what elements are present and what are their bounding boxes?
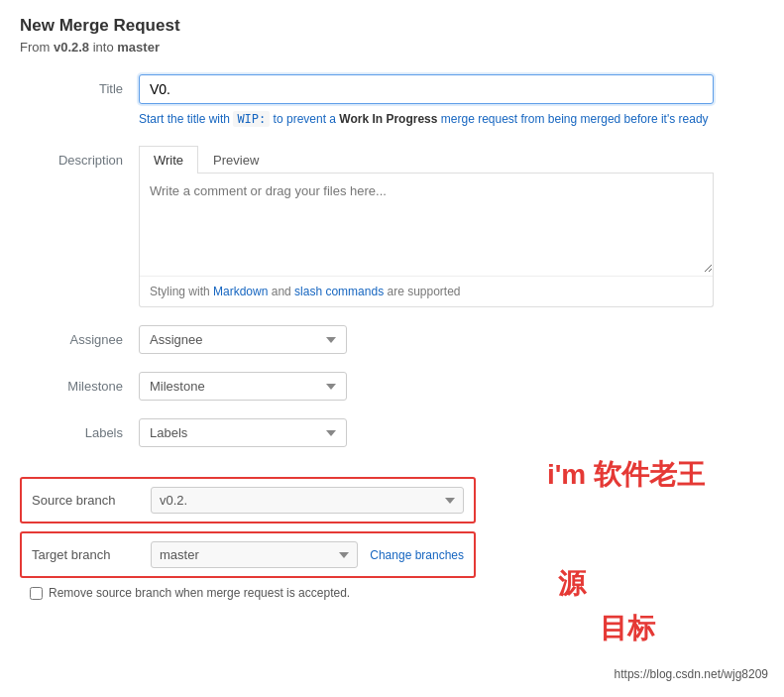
hint-bold: Work In Progress	[339, 112, 437, 126]
description-textarea[interactable]	[140, 174, 713, 273]
remove-source-label: Remove source branch when merge request …	[49, 586, 350, 600]
slash-commands-link[interactable]: slash commands	[294, 285, 384, 298]
target-branch-label: Target branch	[32, 547, 151, 562]
footer-middle: and	[268, 285, 294, 298]
milestone-content: Milestone	[139, 372, 714, 401]
hint-prefix: Start the title with	[139, 112, 233, 126]
tab-write[interactable]: Write	[139, 146, 198, 174]
markdown-link[interactable]: Markdown	[213, 285, 268, 298]
subtitle-from: v0.2.8	[54, 40, 89, 55]
remove-source-branch-row: Remove source branch when merge request …	[20, 586, 764, 600]
page-container: New Merge Request From v0.2.8 into maste…	[0, 0, 784, 616]
title-row: Title Start the title with WIP: to preve…	[20, 74, 764, 128]
hint-suffix: merge request from being merged before i…	[437, 112, 708, 126]
remove-source-checkbox[interactable]	[30, 587, 43, 600]
milestone-label: Milestone	[20, 372, 139, 394]
hint-middle: to prevent a	[270, 112, 339, 126]
target-branch-select[interactable]: master	[151, 541, 358, 568]
labels-label: Labels	[20, 418, 139, 440]
description-row: Description Write Preview Styling with M…	[20, 146, 764, 307]
assignee-content: Assignee	[139, 325, 714, 354]
title-content: Start the title with WIP: to prevent a W…	[139, 74, 714, 128]
source-branch-label: Source branch	[32, 493, 151, 508]
change-branches-link[interactable]: Change branches	[370, 548, 464, 562]
assignee-row: Assignee Assignee	[20, 325, 764, 354]
subtitle-prefix: From	[20, 40, 54, 55]
source-branch-row: Source branch v0.2.	[20, 477, 476, 523]
description-label: Description	[20, 146, 139, 168]
assignee-label: Assignee	[20, 325, 139, 347]
labels-select[interactable]: Labels	[139, 418, 347, 447]
title-hint: Start the title with WIP: to prevent a W…	[139, 110, 714, 128]
merge-request-form: Title Start the title with WIP: to preve…	[20, 74, 764, 465]
page-title: New Merge Request	[20, 16, 764, 36]
title-label: Title	[20, 74, 139, 96]
source-branch-select[interactable]: v0.2.	[151, 487, 464, 514]
milestone-row: Milestone Milestone	[20, 372, 764, 401]
title-input[interactable]	[139, 74, 714, 104]
tab-preview[interactable]: Preview	[198, 146, 274, 174]
subtitle-target: master	[117, 40, 160, 55]
labels-content: Labels	[139, 418, 714, 447]
description-textarea-wrapper: Styling with Markdown and slash commands…	[139, 174, 714, 307]
hint-code: WIP:	[233, 111, 270, 127]
subtitle-into: into	[89, 40, 117, 55]
branch-sections: Source branch v0.2. Target branch master…	[20, 477, 764, 600]
labels-row: Labels Labels	[20, 418, 764, 447]
description-footer: Styling with Markdown and slash commands…	[140, 276, 713, 306]
milestone-select[interactable]: Milestone	[139, 372, 347, 401]
page-subtitle: From v0.2.8 into master	[20, 40, 764, 55]
target-branch-row: Target branch master Change branches	[20, 531, 476, 578]
description-tabs: Write Preview	[139, 146, 714, 174]
footer-suffix: are supported	[384, 285, 460, 298]
assignee-select[interactable]: Assignee	[139, 325, 347, 354]
watermark-url: https://blog.csdn.net/wjg8209	[615, 667, 768, 681]
description-content: Write Preview Styling with Markdown and …	[139, 146, 714, 307]
footer-prefix: Styling with	[150, 285, 213, 298]
